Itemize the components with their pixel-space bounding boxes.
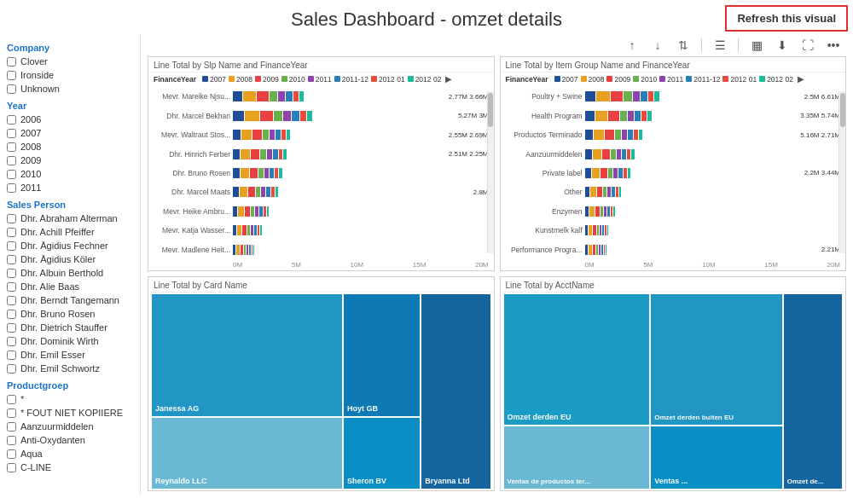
bar-row[interactable]: Health Program3.35M 5.74M [506, 109, 841, 123]
treemap-cell[interactable]: Hoyt GB [344, 294, 420, 416]
sidebar-checkbox[interactable] [7, 170, 16, 179]
sidebar-checkbox[interactable] [7, 282, 16, 292]
more-icon[interactable]: ••• [824, 36, 843, 55]
sidebar-checkbox[interactable] [7, 115, 16, 125]
sidebar-item[interactable]: * FOUT NIET KOPIIERE [0, 406, 140, 420]
sidebar-checkbox[interactable] [7, 255, 16, 264]
scrollbar-slp[interactable] [487, 91, 494, 253]
sort-asc-icon[interactable]: ↑ [623, 36, 641, 55]
sidebar-item[interactable]: 2007 [0, 126, 140, 140]
sidebar-checkbox[interactable] [7, 323, 16, 333]
legend-item[interactable]: 2011-12 [334, 75, 368, 84]
legend-item[interactable]: 2012 02 [408, 75, 442, 84]
sidebar-item[interactable]: * [0, 392, 140, 406]
sidebar-checkbox[interactable] [7, 408, 16, 418]
sidebar-item[interactable]: C-LINE [0, 461, 140, 474]
sidebar-item[interactable]: Dhr. Ägidius Köler [0, 252, 140, 266]
legend-scroll-arrow[interactable]: ▶ [796, 74, 806, 84]
sidebar-item[interactable]: 2010 [0, 167, 140, 181]
bar-row[interactable]: Performance Progra...2.21M [506, 243, 841, 257]
sidebar-checkbox[interactable] [7, 183, 16, 193]
bar-row[interactable]: Dhr. Marcel Bekhan5.27M 3M [154, 109, 489, 123]
sidebar-item[interactable]: 2008 [0, 140, 140, 154]
treemap-cell[interactable]: Bryanna Ltd [421, 294, 490, 489]
sidebar-item[interactable]: 2011 [0, 181, 140, 194]
legend-item[interactable]: 2009 [606, 75, 630, 84]
sidebar-checkbox[interactable] [7, 228, 16, 237]
bar-row[interactable]: Mevr. Waltraut Stos...2.55M 2.69M [154, 128, 489, 142]
bar-row[interactable]: Aanzuurmiddelen [506, 148, 841, 161]
sidebar-checkbox[interactable] [7, 241, 16, 251]
sidebar-item[interactable]: 2009 [0, 154, 140, 167]
bar-row[interactable]: Mevr. Madlene Heit... [154, 243, 489, 257]
sort-desc-icon[interactable]: ↓ [648, 36, 667, 55]
sidebar-checkbox[interactable] [7, 71, 16, 80]
legend-item[interactable]: 2007 [554, 75, 578, 84]
bar-row[interactable]: Mevr. Mareike Njsu...2.77M 3.66M [154, 90, 489, 103]
legend-item[interactable]: 2010 [633, 75, 657, 84]
sidebar-item[interactable]: Dhr. Ägidius Fechner [0, 239, 140, 252]
menu-icon[interactable]: ☰ [711, 36, 729, 55]
legend-item[interactable]: 2011-12 [686, 75, 720, 84]
sidebar-checkbox[interactable] [7, 364, 16, 374]
sidebar-item[interactable]: Dhr. Albuin Berthold [0, 266, 140, 280]
refresh-button[interactable]: Refresh this visual [725, 5, 848, 32]
sidebar-checkbox[interactable] [7, 436, 16, 445]
legend-item[interactable]: 2012 01 [371, 75, 405, 84]
sidebar-checkbox[interactable] [7, 350, 16, 360]
sidebar-checkbox[interactable] [7, 422, 16, 432]
sidebar-item[interactable]: Anti-Oxydanten [0, 433, 140, 447]
sidebar-item[interactable]: Aqua [0, 447, 140, 461]
legend-item[interactable]: 2007 [202, 75, 226, 84]
bar-row[interactable]: Dhr. Bruno Rosen [154, 166, 489, 180]
sidebar-item[interactable]: Unknown [0, 82, 140, 96]
treemap-cell[interactable]: Janessa AG [152, 294, 342, 416]
sidebar-item[interactable]: Dhr. Emil Schwortz [0, 362, 140, 375]
sort-icon[interactable]: ⇅ [674, 36, 693, 55]
sidebar-checkbox[interactable] [7, 310, 16, 319]
legend-scroll-arrow[interactable]: ▶ [444, 74, 454, 84]
bar-row[interactable]: Productos Terminado5.16M 2.71M [506, 128, 841, 142]
sidebar-checkbox[interactable] [7, 395, 16, 404]
sidebar-item[interactable]: Clover [0, 55, 140, 68]
treemap-cell[interactable]: Ventas de productos ter... [504, 426, 650, 489]
bar-row[interactable]: Kunstmelk kalf [506, 223, 841, 237]
sidebar-checkbox[interactable] [7, 84, 16, 94]
legend-item[interactable]: 2012 02 [759, 75, 793, 84]
sidebar-item[interactable]: 2006 [0, 113, 140, 126]
sidebar-checkbox[interactable] [7, 463, 16, 472]
treemap-cell[interactable]: Sheron BV [344, 418, 420, 489]
expand-icon[interactable]: ⛶ [798, 36, 817, 55]
bar-row[interactable]: Other [506, 185, 841, 199]
bar-row[interactable]: Mevr. Heike Ambru... [154, 205, 489, 218]
sidebar-item[interactable]: Dhr. Dietrich Stauffer [0, 321, 140, 334]
sidebar-item[interactable]: Ironside [0, 68, 140, 82]
sidebar-item[interactable]: Dhr. Achill Pfeiffer [0, 225, 140, 239]
sidebar-checkbox[interactable] [7, 449, 16, 459]
bar-row[interactable]: Dhr. Hinrich Ferber2.51M 2.25M [154, 148, 489, 161]
sidebar-checkbox[interactable] [7, 269, 16, 278]
sidebar-checkbox[interactable] [7, 296, 16, 305]
bar-row[interactable]: Private label2.2M 3.44M [506, 166, 841, 180]
sidebar-checkbox[interactable] [7, 337, 16, 346]
treemap-cell[interactable]: Reynaldo LLC [152, 418, 342, 489]
sidebar-checkbox[interactable] [7, 57, 16, 67]
legend-item[interactable]: 2008 [229, 75, 252, 84]
scrollbar-item[interactable] [838, 91, 845, 253]
legend-item[interactable]: 2012 01 [722, 75, 757, 84]
legend-item[interactable]: 2011 [308, 75, 332, 84]
bar-row[interactable]: Mevr. Katja Wasser... [154, 223, 489, 237]
sidebar-item[interactable]: Dhr. Abraham Alterman [0, 211, 140, 225]
treemap-cell[interactable]: Omzet de... [784, 294, 842, 489]
legend-item[interactable]: 2010 [281, 75, 305, 84]
treemap-cell[interactable]: Omzet derden buiten EU [651, 294, 782, 425]
sidebar-item[interactable]: Dhr. Emil Esser [0, 348, 140, 362]
bar-row[interactable]: Dhr. Marcel Maats2.8M [154, 185, 489, 199]
table-icon[interactable]: ▦ [747, 36, 766, 55]
treemap-cell[interactable]: Omzet derden EU [504, 294, 650, 425]
bar-row[interactable]: Enzymen [506, 205, 841, 218]
sidebar-checkbox[interactable] [7, 129, 16, 138]
download-icon[interactable]: ⬇ [773, 36, 792, 55]
sidebar-item[interactable]: Aanzuurmiddelen [0, 420, 140, 433]
sidebar-item[interactable]: Dhr. Bruno Rosen [0, 307, 140, 321]
